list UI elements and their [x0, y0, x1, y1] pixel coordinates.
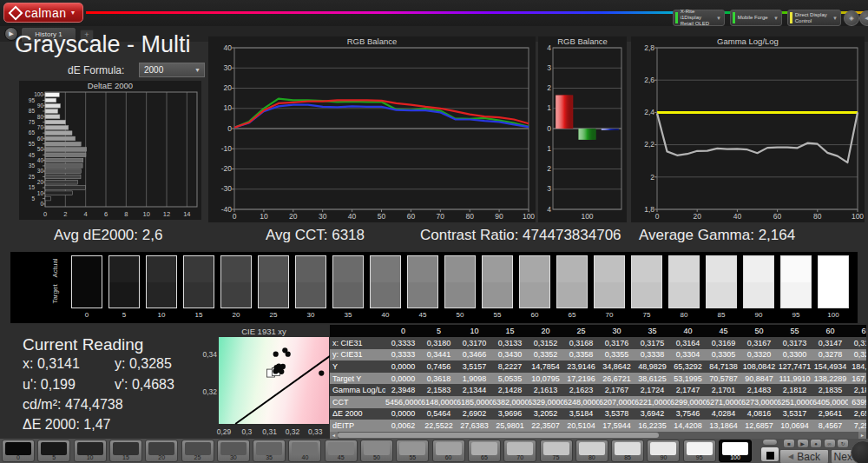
svg-text:3: 3 — [547, 184, 551, 193]
pattern-button-70[interactable]: 70 — [503, 440, 536, 462]
pattern-button-10[interactable]: 10 — [74, 440, 107, 462]
pattern-button-40[interactable]: 40 — [288, 440, 321, 462]
device-status-indicator — [790, 12, 792, 23]
svg-text:CIE 1931 xy: CIE 1931 xy — [241, 327, 286, 336]
pattern-button-25[interactable]: 25 — [181, 440, 214, 462]
pattern-level-label: 100 — [720, 454, 751, 460]
pattern-level-label: 75 — [541, 454, 572, 460]
svg-text:25: 25 — [29, 174, 36, 180]
table-header-cell: 10 — [457, 327, 492, 335]
scroll-left-icon[interactable]: ◄ — [330, 432, 338, 439]
pattern-button-90[interactable]: 90 — [647, 440, 680, 462]
actual-swatch — [296, 256, 326, 282]
pattern-button-15[interactable]: 15 — [109, 440, 142, 462]
actual-swatch — [744, 256, 773, 282]
table-cell: 2,1483 — [741, 386, 777, 394]
pattern-button-100[interactable]: 100 — [719, 440, 752, 462]
svg-text:40: 40 — [224, 43, 233, 52]
pattern-level-label: 30 — [218, 454, 249, 460]
actual-swatch — [259, 256, 288, 282]
measurement-table: 05101520253035404550556065x: CIE310,3333… — [330, 325, 866, 432]
pattern-button-55[interactable]: 55 — [396, 440, 429, 462]
svg-text:14: 14 — [183, 210, 190, 218]
refresh-button[interactable]: ↻ — [837, 439, 849, 448]
reading-x: x: 0,3141 — [23, 356, 80, 372]
svg-text:6: 6 — [104, 210, 108, 218]
pattern-level-label: 55 — [397, 454, 428, 460]
svg-text:-30: -30 — [221, 184, 233, 193]
back-button[interactable]: ◀ Back — [779, 449, 829, 463]
loop-button[interactable]: ∞ — [824, 439, 836, 448]
meter-device-dropdown[interactable]: X-Rite i1Display Retail OLED ▼ — [673, 10, 725, 26]
pattern-level-label: 50 — [361, 454, 392, 460]
pattern-button-50[interactable]: 50 — [360, 440, 393, 462]
reading-luminance: cd/m²: 474,4738 — [23, 397, 123, 413]
table-cell: 127,7471 — [777, 362, 812, 371]
svg-text:1: 1 — [547, 103, 551, 112]
table-cell: 0,3164 — [670, 339, 706, 347]
pattern-button-30[interactable]: 30 — [217, 440, 250, 462]
pattern-level-label: 15 — [110, 454, 141, 460]
pattern-button-0[interactable]: 0 — [2, 440, 35, 462]
pattern-options-button[interactable] — [762, 439, 778, 446]
swatch-level-label: 0 — [71, 311, 102, 319]
stop-button[interactable]: ■ — [783, 439, 795, 448]
pattern-button-95[interactable]: 95 — [683, 440, 716, 462]
table-cell: 2,1583 — [421, 386, 457, 394]
pattern-button-20[interactable]: 20 — [145, 440, 178, 462]
record-button[interactable]: ● — [810, 439, 822, 448]
swatch-level-label: 70 — [594, 311, 625, 319]
pattern-swatch — [113, 442, 139, 455]
corner-round-button[interactable] — [851, 440, 868, 463]
pattern-level-label: 10 — [75, 454, 106, 460]
calman-logo-text: calman — [24, 6, 66, 20]
table-cell: 0,3358 — [563, 350, 599, 359]
play-button[interactable]: ▶ — [797, 439, 809, 448]
table-cell: 22,3507 — [528, 421, 563, 430]
pattern-window-button[interactable] — [760, 446, 779, 462]
svg-text:2: 2 — [547, 164, 551, 173]
table-row-Y: Y0,00000,74563,51578,222714,785423,91463… — [330, 360, 866, 373]
swatch-level-label: 30 — [295, 311, 326, 319]
pattern-swatch — [185, 442, 211, 455]
pattern-button-75[interactable]: 75 — [540, 440, 573, 462]
actual-swatch — [557, 256, 587, 282]
pattern-button-45[interactable]: 45 — [325, 440, 358, 462]
table-cell: 10,0694 — [777, 421, 812, 430]
pattern-swatch — [507, 442, 533, 455]
pattern-button-5[interactable]: 5 — [37, 440, 70, 462]
header-round-button-2[interactable]: ◀ — [859, 10, 868, 26]
svg-text:RGB Balance: RGB Balance — [347, 36, 398, 46]
table-cell: 0,3441 — [421, 350, 457, 359]
pattern-button-35[interactable]: 35 — [253, 440, 286, 462]
table-cell: 2,9641 — [812, 409, 848, 418]
target-swatch — [109, 282, 139, 308]
table-horizontal-scrollbar[interactable]: ◄ ► — [330, 432, 866, 439]
pattern-level-label: 40 — [289, 454, 320, 460]
de-formula-select[interactable]: 2000 ▼ — [139, 63, 205, 77]
source-device-dropdown[interactable]: Mobile Forge ▼ — [730, 10, 782, 26]
grayscale-swatch-15 — [183, 255, 214, 308]
calman-logo-button[interactable]: calman ▼ — [3, 3, 83, 23]
target-swatch — [632, 282, 661, 308]
display-control-dropdown[interactable]: Direct Display Control ▼ — [787, 10, 841, 26]
grayscale-swatch-85 — [706, 255, 737, 308]
table-row-label: Y — [330, 362, 385, 371]
target-swatch — [259, 282, 288, 308]
pattern-button-65[interactable]: 65 — [468, 440, 501, 462]
table-header-cell: 55 — [777, 327, 812, 335]
scroll-right-icon[interactable]: ► — [858, 432, 866, 439]
table-header-cell: 5 — [421, 327, 457, 335]
scrollbar-thumb[interactable] — [338, 433, 659, 438]
reading-y: y: 0,3285 — [115, 356, 172, 372]
svg-text:12: 12 — [163, 210, 170, 218]
grayscale-swatch-55 — [482, 255, 513, 308]
pattern-swatch — [77, 442, 103, 455]
header-round-button-1[interactable]: ◈ — [844, 10, 859, 26]
pattern-swatch — [399, 442, 425, 455]
pattern-button-85[interactable]: 85 — [611, 440, 644, 462]
pattern-button-60[interactable]: 60 — [432, 440, 465, 462]
pattern-button-80[interactable]: 80 — [575, 440, 608, 462]
device-label: Direct Display Control — [795, 12, 832, 24]
actual-swatch — [184, 256, 214, 282]
